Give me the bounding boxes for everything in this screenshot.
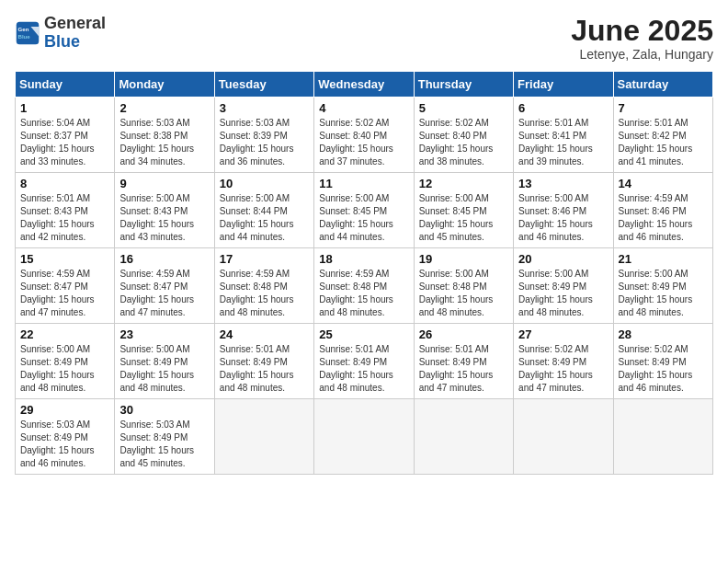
col-sunday: Sunday xyxy=(16,72,115,98)
day-number: 18 xyxy=(319,252,408,266)
calendar-cell xyxy=(214,399,313,475)
calendar-cell: 6 Sunrise: 5:01 AM Sunset: 8:41 PM Dayli… xyxy=(514,98,613,173)
day-info: Sunrise: 4:59 AM Sunset: 8:47 PM Dayligh… xyxy=(20,268,109,319)
calendar-cell: 12 Sunrise: 5:00 AM Sunset: 8:45 PM Dayl… xyxy=(414,173,513,248)
day-info: Sunrise: 5:00 AM Sunset: 8:48 PM Dayligh… xyxy=(419,268,508,319)
day-number: 12 xyxy=(419,177,508,190)
calendar-row-1: 1 Sunrise: 5:04 AM Sunset: 8:37 PM Dayli… xyxy=(16,98,713,173)
col-saturday: Saturday xyxy=(613,72,712,98)
calendar-title: June 2025 xyxy=(571,15,713,47)
day-number: 7 xyxy=(619,101,708,115)
logo-icon: Gen Blue xyxy=(15,20,40,46)
calendar-cell: 8 Sunrise: 5:01 AM Sunset: 8:43 PM Dayli… xyxy=(16,173,115,248)
day-number: 20 xyxy=(518,252,608,266)
calendar-cell: 9 Sunrise: 5:00 AM Sunset: 8:43 PM Dayli… xyxy=(115,173,214,248)
col-friday: Friday xyxy=(514,72,613,98)
day-number: 26 xyxy=(419,327,508,341)
day-info: Sunrise: 5:01 AM Sunset: 8:43 PM Dayligh… xyxy=(20,192,109,244)
calendar-cell: 22 Sunrise: 5:00 AM Sunset: 8:49 PM Dayl… xyxy=(16,324,115,399)
day-number: 27 xyxy=(518,327,608,341)
calendar-cell: 18 Sunrise: 4:59 AM Sunset: 8:48 PM Dayl… xyxy=(314,248,414,324)
calendar-cell: 3 Sunrise: 5:03 AM Sunset: 8:39 PM Dayli… xyxy=(214,98,313,173)
day-number: 28 xyxy=(619,327,708,341)
calendar-cell: 15 Sunrise: 4:59 AM Sunset: 8:47 PM Dayl… xyxy=(16,248,115,324)
day-info: Sunrise: 5:00 AM Sunset: 8:49 PM Dayligh… xyxy=(119,343,209,395)
calendar-cell: 26 Sunrise: 5:01 AM Sunset: 8:49 PM Dayl… xyxy=(414,324,513,399)
svg-text:Gen: Gen xyxy=(18,26,29,32)
calendar-table: Sunday Monday Tuesday Wednesday Thursday… xyxy=(15,71,713,475)
calendar-cell: 27 Sunrise: 5:02 AM Sunset: 8:49 PM Dayl… xyxy=(514,324,613,399)
day-info: Sunrise: 5:04 AM Sunset: 8:37 PM Dayligh… xyxy=(20,117,109,168)
day-info: Sunrise: 4:59 AM Sunset: 8:46 PM Dayligh… xyxy=(619,192,708,244)
day-info: Sunrise: 5:01 AM Sunset: 8:42 PM Dayligh… xyxy=(619,117,708,168)
day-info: Sunrise: 5:00 AM Sunset: 8:43 PM Dayligh… xyxy=(119,192,209,244)
day-number: 11 xyxy=(319,177,408,190)
col-wednesday: Wednesday xyxy=(314,72,414,98)
day-info: Sunrise: 5:00 AM Sunset: 8:45 PM Dayligh… xyxy=(419,192,508,244)
day-info: Sunrise: 5:02 AM Sunset: 8:40 PM Dayligh… xyxy=(319,117,408,168)
day-info: Sunrise: 5:02 AM Sunset: 8:49 PM Dayligh… xyxy=(619,343,708,395)
col-monday: Monday xyxy=(115,72,214,98)
calendar-cell: 17 Sunrise: 4:59 AM Sunset: 8:48 PM Dayl… xyxy=(214,248,313,324)
calendar-cell: 13 Sunrise: 5:00 AM Sunset: 8:46 PM Dayl… xyxy=(514,173,613,248)
header-row: Sunday Monday Tuesday Wednesday Thursday… xyxy=(16,72,713,98)
day-info: Sunrise: 5:01 AM Sunset: 8:49 PM Dayligh… xyxy=(220,343,309,395)
calendar-cell: 16 Sunrise: 4:59 AM Sunset: 8:47 PM Dayl… xyxy=(115,248,214,324)
calendar-row-3: 15 Sunrise: 4:59 AM Sunset: 8:47 PM Dayl… xyxy=(16,248,713,324)
day-number: 22 xyxy=(20,327,109,341)
day-number: 29 xyxy=(20,403,109,417)
calendar-cell: 28 Sunrise: 5:02 AM Sunset: 8:49 PM Dayl… xyxy=(613,324,712,399)
calendar-cell: 4 Sunrise: 5:02 AM Sunset: 8:40 PM Dayli… xyxy=(314,98,414,173)
calendar-cell xyxy=(514,399,613,475)
day-info: Sunrise: 4:59 AM Sunset: 8:47 PM Dayligh… xyxy=(119,268,209,319)
day-info: Sunrise: 5:01 AM Sunset: 8:49 PM Dayligh… xyxy=(319,343,408,395)
day-number: 10 xyxy=(220,177,309,190)
calendar-cell: 25 Sunrise: 5:01 AM Sunset: 8:49 PM Dayl… xyxy=(314,324,414,399)
day-info: Sunrise: 5:03 AM Sunset: 8:38 PM Dayligh… xyxy=(119,117,209,168)
day-info: Sunrise: 4:59 AM Sunset: 8:48 PM Dayligh… xyxy=(319,268,408,319)
calendar-row-5: 29 Sunrise: 5:03 AM Sunset: 8:49 PM Dayl… xyxy=(16,399,713,475)
calendar-cell: 14 Sunrise: 4:59 AM Sunset: 8:46 PM Dayl… xyxy=(613,173,712,248)
day-number: 5 xyxy=(419,101,508,115)
calendar-cell xyxy=(613,399,712,475)
day-info: Sunrise: 5:03 AM Sunset: 8:49 PM Dayligh… xyxy=(119,419,209,470)
day-number: 6 xyxy=(518,101,608,115)
day-number: 17 xyxy=(220,252,309,266)
day-number: 14 xyxy=(619,177,708,190)
day-info: Sunrise: 5:02 AM Sunset: 8:40 PM Dayligh… xyxy=(419,117,508,168)
logo-blue-text: Blue xyxy=(44,32,80,51)
day-info: Sunrise: 5:00 AM Sunset: 8:46 PM Dayligh… xyxy=(518,192,608,244)
day-number: 25 xyxy=(319,327,408,341)
day-number: 19 xyxy=(419,252,508,266)
calendar-cell: 30 Sunrise: 5:03 AM Sunset: 8:49 PM Dayl… xyxy=(115,399,214,475)
svg-text:Blue: Blue xyxy=(18,33,31,40)
calendar-cell: 24 Sunrise: 5:01 AM Sunset: 8:49 PM Dayl… xyxy=(214,324,313,399)
day-number: 1 xyxy=(20,101,109,115)
title-block: June 2025 Letenye, Zala, Hungary xyxy=(571,15,713,62)
day-number: 8 xyxy=(20,177,109,190)
calendar-cell: 11 Sunrise: 5:00 AM Sunset: 8:45 PM Dayl… xyxy=(314,173,414,248)
day-info: Sunrise: 5:01 AM Sunset: 8:49 PM Dayligh… xyxy=(419,343,508,395)
calendar-row-2: 8 Sunrise: 5:01 AM Sunset: 8:43 PM Dayli… xyxy=(16,173,713,248)
day-info: Sunrise: 5:03 AM Sunset: 8:39 PM Dayligh… xyxy=(220,117,309,168)
day-info: Sunrise: 5:00 AM Sunset: 8:44 PM Dayligh… xyxy=(220,192,309,244)
logo-general-text: General xyxy=(44,14,106,32)
calendar-cell xyxy=(314,399,414,475)
calendar-cell: 29 Sunrise: 5:03 AM Sunset: 8:49 PM Dayl… xyxy=(16,399,115,475)
day-number: 21 xyxy=(619,252,708,266)
calendar-cell: 20 Sunrise: 5:00 AM Sunset: 8:49 PM Dayl… xyxy=(514,248,613,324)
day-number: 15 xyxy=(20,252,109,266)
day-number: 9 xyxy=(119,177,209,190)
day-number: 24 xyxy=(220,327,309,341)
day-info: Sunrise: 5:03 AM Sunset: 8:49 PM Dayligh… xyxy=(20,419,109,470)
calendar-row-4: 22 Sunrise: 5:00 AM Sunset: 8:49 PM Dayl… xyxy=(16,324,713,399)
logo: Gen Blue General Blue xyxy=(15,15,106,52)
day-number: 23 xyxy=(119,327,209,341)
col-tuesday: Tuesday xyxy=(214,72,313,98)
day-info: Sunrise: 5:00 AM Sunset: 8:49 PM Dayligh… xyxy=(20,343,109,395)
calendar-cell: 21 Sunrise: 5:00 AM Sunset: 8:49 PM Dayl… xyxy=(613,248,712,324)
calendar-subtitle: Letenye, Zala, Hungary xyxy=(571,47,713,62)
calendar-cell: 1 Sunrise: 5:04 AM Sunset: 8:37 PM Dayli… xyxy=(16,98,115,173)
calendar-cell: 19 Sunrise: 5:00 AM Sunset: 8:48 PM Dayl… xyxy=(414,248,513,324)
calendar-cell: 2 Sunrise: 5:03 AM Sunset: 8:38 PM Dayli… xyxy=(115,98,214,173)
